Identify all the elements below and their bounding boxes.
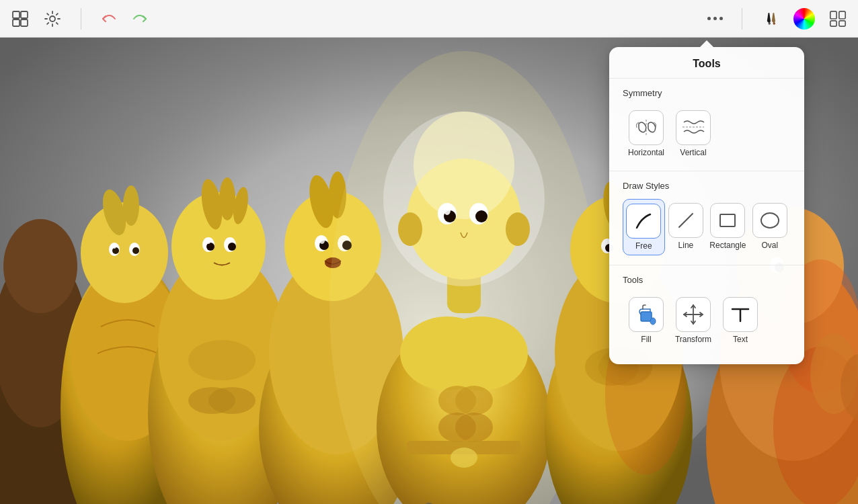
svg-rect-1 <box>21 11 28 18</box>
toolbar <box>0 0 858 38</box>
svg-rect-10 <box>839 20 845 26</box>
horizontal-label: Horizontal <box>628 148 664 157</box>
brush-button[interactable] <box>761 9 780 28</box>
tools-section-label: Tools <box>623 275 791 285</box>
transform-label: Transform <box>675 335 711 344</box>
free-label: Free <box>635 241 652 251</box>
svg-point-30 <box>219 177 235 220</box>
svg-rect-9 <box>830 20 836 26</box>
horizontal-symmetry-icon-box <box>629 110 664 145</box>
svg-point-36 <box>206 239 210 244</box>
draw-styles-row: Free Line Rectangle <box>623 199 791 255</box>
svg-rect-97 <box>720 214 735 226</box>
svg-rect-2 <box>13 19 20 26</box>
fill-icon-box <box>629 297 664 332</box>
symmetry-tools-row: Horizontal Vertical <box>623 106 791 161</box>
line-draw-icon-box <box>668 203 703 238</box>
svg-point-69 <box>455 413 493 442</box>
symmetry-section: Symmetry Horizontal <box>609 79 804 161</box>
horizontal-symmetry-tool[interactable]: Horizontal <box>623 106 670 161</box>
svg-point-23 <box>112 247 119 254</box>
oval-label: Oval <box>761 241 778 250</box>
svg-point-6 <box>773 22 776 25</box>
svg-point-34 <box>206 243 214 251</box>
line-label: Line <box>678 241 694 250</box>
undo-button[interactable] <box>100 9 119 28</box>
divider-1 <box>81 8 81 30</box>
tools-row: Fill Transform <box>623 293 791 348</box>
svg-point-15 <box>3 219 77 313</box>
fill-label: Fill <box>641 335 651 344</box>
settings-button[interactable] <box>43 9 62 28</box>
tools-panel: Tools Symmetry Hor <box>609 47 804 364</box>
vertical-symmetry-icon-box <box>676 110 711 145</box>
vertical-label: Vertical <box>680 148 706 157</box>
oval-draw-tool[interactable]: Oval <box>749 199 791 254</box>
svg-point-64 <box>398 212 422 246</box>
gallery-button[interactable] <box>11 9 30 28</box>
svg-point-25 <box>112 243 116 249</box>
transform-tool[interactable]: Transform <box>670 293 717 348</box>
svg-rect-0 <box>13 11 20 18</box>
svg-rect-99 <box>641 312 652 321</box>
line-draw-tool[interactable]: Line <box>665 199 707 254</box>
svg-point-24 <box>132 247 139 254</box>
svg-point-49 <box>319 237 325 244</box>
redo-button[interactable] <box>130 9 149 28</box>
panel-title: Tools <box>609 47 804 79</box>
rectangle-draw-icon-box <box>710 203 745 238</box>
divider-2 <box>742 8 742 30</box>
svg-rect-3 <box>21 19 28 26</box>
svg-point-62 <box>475 210 488 222</box>
free-draw-tool[interactable]: Free <box>623 199 665 255</box>
text-tool[interactable]: Text <box>717 293 764 348</box>
svg-point-65 <box>506 212 530 246</box>
svg-point-58 <box>383 112 545 286</box>
svg-point-20 <box>123 185 139 226</box>
export-button[interactable] <box>828 9 847 28</box>
svg-rect-8 <box>839 11 845 18</box>
color-button[interactable] <box>793 8 815 30</box>
svg-point-100 <box>650 318 656 325</box>
draw-styles-section: Draw Styles Free Line <box>609 171 804 255</box>
free-draw-icon-box <box>626 204 661 239</box>
svg-point-4 <box>50 16 55 22</box>
draw-styles-label: Draw Styles <box>623 181 791 191</box>
svg-point-37 <box>188 340 256 380</box>
fill-tool[interactable]: Fill <box>623 293 670 348</box>
transform-icon-box <box>676 297 711 332</box>
tools-section: Tools Fill <box>609 265 804 348</box>
svg-point-39 <box>208 387 256 414</box>
svg-point-71 <box>451 448 477 468</box>
rectangle-draw-tool[interactable]: Rectangle <box>707 199 748 254</box>
svg-point-67 <box>455 386 493 415</box>
svg-point-5 <box>769 22 771 25</box>
svg-point-35 <box>228 243 236 251</box>
symmetry-section-label: Symmetry <box>623 88 791 98</box>
svg-line-96 <box>679 214 693 227</box>
oval-draw-icon-box <box>752 203 787 238</box>
svg-point-63 <box>444 206 451 215</box>
more-button[interactable] <box>707 17 723 20</box>
rectangle-label: Rectangle <box>709 241 746 250</box>
svg-point-54 <box>434 317 528 390</box>
svg-rect-7 <box>830 11 836 18</box>
vertical-symmetry-tool[interactable]: Vertical <box>670 106 717 161</box>
text-icon-box <box>723 297 758 332</box>
text-label: Text <box>733 335 748 344</box>
svg-point-98 <box>761 213 779 228</box>
